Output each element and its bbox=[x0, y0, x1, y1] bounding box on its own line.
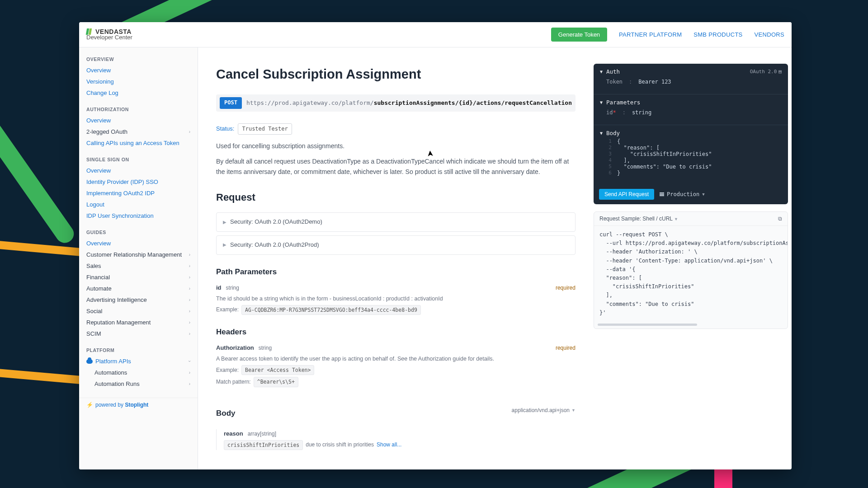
send-api-request-button[interactable]: Send API Request bbox=[599, 189, 654, 200]
request-heading: Request bbox=[216, 189, 576, 205]
example-label: Example: bbox=[216, 305, 239, 314]
param-description: The id should be a string which is in th… bbox=[216, 294, 576, 303]
example-value: AG-CQDBZR6:MP-R7G3NPSST72SDMSVGO:beff34a… bbox=[241, 305, 421, 315]
nav-partner-platform[interactable]: PARTNER PLATFORM bbox=[619, 31, 682, 38]
sidebar-item-label: Automation Runs bbox=[94, 380, 140, 387]
sidebar-item-label: Reputation Management bbox=[86, 319, 151, 326]
sample-language-selector[interactable]: Request Sample: Shell / cURL ▼ bbox=[599, 216, 678, 222]
chevron-right-icon: › bbox=[189, 331, 190, 336]
copy-button[interactable]: ⧉ bbox=[778, 216, 782, 222]
sidebar-item-platform-apis[interactable]: Platform APIs › bbox=[79, 356, 198, 367]
sidebar-item-label: Automate bbox=[86, 285, 112, 292]
sidebar-item-label: Financial bbox=[86, 274, 110, 281]
sidebar-item-financial[interactable]: Financial› bbox=[79, 272, 198, 283]
body-section-label: Body bbox=[606, 130, 620, 136]
chevron-right-icon: › bbox=[189, 309, 190, 314]
sidebar-item-sales[interactable]: Sales› bbox=[79, 260, 198, 272]
logo-mark-icon bbox=[86, 28, 94, 35]
auth-scheme-selector[interactable]: OAuth 2.0 ▤ bbox=[750, 69, 782, 75]
sidebar-item-social[interactable]: Social› bbox=[79, 305, 198, 317]
sidebar-section-guides: GUIDES bbox=[79, 230, 198, 238]
path-parameters-heading: Path Parameters bbox=[216, 266, 576, 278]
sample-title: Request Sample: Shell / cURL bbox=[599, 216, 673, 222]
chevron-down-icon: ▼ bbox=[571, 407, 576, 413]
sidebar-item-label: Social bbox=[86, 308, 102, 314]
status-badge: Trusted Tester bbox=[238, 123, 292, 135]
parameters-section-toggle[interactable]: ▼ Parameters bbox=[600, 99, 782, 106]
nav-vendors[interactable]: VENDORS bbox=[755, 31, 784, 38]
security-oauth2-prod[interactable]: ▶Security: OAuth 2.0 (OAuth2Prod) bbox=[216, 235, 576, 255]
token-input[interactable]: Bearer 123 bbox=[638, 79, 671, 85]
sidebar-item-idp-sync[interactable]: IDP User Synchronization bbox=[79, 210, 198, 221]
reason-enum-value: crisisShiftInPriorities bbox=[224, 440, 303, 450]
description-1: Used for cancelling subscription assignm… bbox=[216, 141, 576, 151]
sidebar-item-label: Customer Relationship Management bbox=[86, 251, 182, 258]
environment-selector[interactable]: Production ▼ bbox=[660, 191, 705, 197]
http-method-badge: POST bbox=[220, 97, 242, 108]
match-pattern-label: Match pattern: bbox=[216, 378, 251, 386]
chevron-right-icon: › bbox=[189, 381, 190, 386]
sidebar-item-crm[interactable]: Customer Relationship Management› bbox=[79, 249, 198, 260]
param-reason: reason array[string] crisisShiftInPriori… bbox=[216, 429, 576, 450]
sidebar-section-platform: PLATFORM bbox=[79, 347, 198, 356]
sidebar-item-label: 2-legged OAuth bbox=[86, 128, 127, 135]
body-editor[interactable]: 1{ 2 "reason": [ 3 "crisisShiftInPriorit… bbox=[600, 136, 782, 180]
sidebar-item-advertising[interactable]: Advertising Intelligence› bbox=[79, 294, 198, 305]
sidebar-item-versioning[interactable]: Versioning bbox=[79, 76, 198, 87]
security-label: Security: OAuth 2.0 (OAuth2Demo) bbox=[230, 217, 322, 227]
param-type: string bbox=[226, 284, 239, 292]
sidebar-item-automate[interactable]: Automate› bbox=[79, 283, 198, 294]
sidebar-item-label: Automations bbox=[94, 369, 127, 376]
environment-value: Production bbox=[667, 191, 699, 197]
vendasta-logo[interactable]: VENDASTA Developer Center bbox=[86, 28, 132, 40]
auth-section-label: Auth bbox=[606, 68, 620, 75]
sidebar-item-automations[interactable]: Automations› bbox=[79, 367, 198, 378]
content-type-selector[interactable]: application/vnd.api+json▼ bbox=[512, 406, 576, 415]
id-param-input[interactable]: string bbox=[632, 109, 651, 116]
chevron-right-icon: › bbox=[189, 286, 190, 291]
auth-section-toggle[interactable]: ▼ Auth OAuth 2.0 ▤ bbox=[600, 68, 782, 75]
chevron-down-icon: ▼ bbox=[702, 192, 704, 197]
sample-code[interactable]: curl --request POST \ --url https://prod… bbox=[594, 226, 788, 324]
sidebar-item-logout[interactable]: Logout bbox=[79, 199, 198, 210]
sidebar-item-guides-overview[interactable]: Overview bbox=[79, 238, 198, 249]
parameters-section-label: Parameters bbox=[606, 99, 640, 106]
chevron-right-icon: › bbox=[189, 252, 190, 257]
match-pattern-value: ^Bearer\s\S+ bbox=[254, 377, 298, 387]
reason-description: due to crisis shift in priorities bbox=[306, 441, 374, 449]
sidebar[interactable]: OVERVIEW Overview Versioning Change Log … bbox=[79, 47, 198, 469]
powered-by-stoplight[interactable]: ⚡ powered by Stoplight bbox=[79, 398, 198, 412]
token-label: Token bbox=[606, 79, 623, 85]
generate-token-button[interactable]: Generate Token bbox=[551, 28, 607, 42]
chevron-right-icon: › bbox=[189, 370, 190, 375]
security-label: Security: OAuth 2.0 (OAuth2Prod) bbox=[230, 240, 319, 250]
sidebar-item-label: Sales bbox=[86, 263, 101, 269]
sidebar-section-authorization: AUTHORIZATION bbox=[79, 107, 198, 115]
sidebar-item-two-legged-oauth[interactable]: 2-legged OAuth› bbox=[79, 126, 198, 137]
show-all-link[interactable]: Show all... bbox=[377, 441, 401, 449]
sidebar-item-auth-overview[interactable]: Overview bbox=[79, 115, 198, 126]
sidebar-item-reputation[interactable]: Reputation Management› bbox=[79, 317, 198, 328]
body-section-toggle[interactable]: ▼ Body bbox=[600, 130, 782, 136]
sidebar-section-overview: OVERVIEW bbox=[79, 56, 198, 65]
sidebar-item-idp-sso[interactable]: Identity Provider (IDP) SSO bbox=[79, 176, 198, 188]
security-oauth2-demo[interactable]: ▶Security: OAuth 2.0 (OAuth2Demo) bbox=[216, 212, 576, 232]
sidebar-item-overview[interactable]: Overview bbox=[79, 65, 198, 76]
chevron-down-icon: ▼ bbox=[674, 217, 678, 221]
nav-smb-products[interactable]: SMB PRODUCTS bbox=[693, 31, 742, 38]
sidebar-item-oauth2-idp[interactable]: Implementing OAuth2 IDP bbox=[79, 188, 198, 199]
sidebar-item-changelog[interactable]: Change Log bbox=[79, 87, 198, 99]
sidebar-item-automation-runs[interactable]: Automation Runs› bbox=[79, 378, 198, 389]
main-content: Cancel Subscription Assignment POST http… bbox=[198, 47, 792, 469]
logo-subtitle: Developer Center bbox=[86, 35, 132, 40]
sidebar-item-label: Advertising Intelligence bbox=[86, 296, 147, 303]
endpoint-box: POST https://prod.apigateway.co/platform… bbox=[216, 94, 576, 111]
app-window: VENDASTA Developer Center Generate Token… bbox=[79, 22, 792, 469]
sidebar-item-sso-overview[interactable]: Overview bbox=[79, 165, 198, 176]
sidebar-item-scim[interactable]: SCIM› bbox=[79, 328, 198, 339]
request-sample-panel: Request Sample: Shell / cURL ▼ ⧉ curl --… bbox=[594, 211, 788, 329]
horizontal-scrollbar[interactable] bbox=[598, 324, 697, 326]
chevron-right-icon: › bbox=[189, 320, 190, 325]
sidebar-item-calling-apis[interactable]: Calling APIs using an Access Token bbox=[79, 137, 198, 149]
powered-brand: Stoplight bbox=[125, 402, 148, 408]
